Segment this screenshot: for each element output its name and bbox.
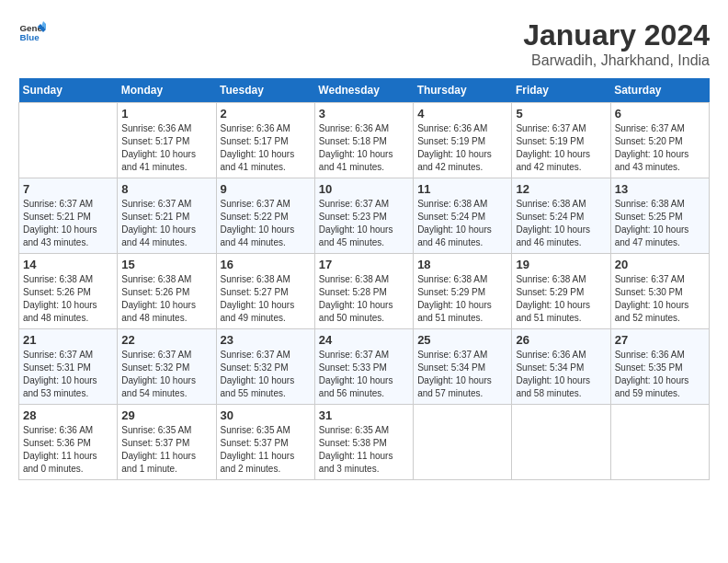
day-info: Sunrise: 6:38 AM Sunset: 5:25 PM Dayligh… [615,198,705,249]
calendar-cell: 19Sunrise: 6:38 AM Sunset: 5:29 PM Dayli… [512,254,610,329]
day-info: Sunrise: 6:36 AM Sunset: 5:34 PM Dayligh… [516,349,606,400]
week-row-1: 1Sunrise: 6:36 AM Sunset: 5:17 PM Daylig… [19,103,710,178]
day-info: Sunrise: 6:38 AM Sunset: 5:27 PM Dayligh… [221,273,311,325]
day-number: 2 [221,107,311,121]
calendar-cell: 21Sunrise: 6:37 AM Sunset: 5:31 PM Dayli… [19,329,118,405]
calendar-cell: 31Sunrise: 6:35 AM Sunset: 5:38 PM Dayli… [314,405,413,480]
week-row-3: 14Sunrise: 6:38 AM Sunset: 5:26 PM Dayli… [19,254,710,329]
day-info: Sunrise: 6:38 AM Sunset: 5:26 PM Dayligh… [23,273,113,325]
calendar-cell: 7Sunrise: 6:37 AM Sunset: 5:21 PM Daylig… [19,178,118,254]
day-number: 13 [615,182,705,196]
calendar-cell [19,103,118,178]
header-thursday: Thursday [414,78,512,103]
header-friday: Friday [512,78,610,103]
logo-icon: General Blue [18,18,46,46]
week-row-4: 21Sunrise: 6:37 AM Sunset: 5:31 PM Dayli… [19,329,710,405]
calendar-cell: 2Sunrise: 6:36 AM Sunset: 5:17 PM Daylig… [216,103,314,178]
day-number: 8 [121,182,211,196]
day-info: Sunrise: 6:36 AM Sunset: 5:35 PM Dayligh… [615,349,705,400]
week-row-5: 28Sunrise: 6:36 AM Sunset: 5:36 PM Dayli… [19,405,710,480]
calendar-cell [610,405,709,480]
day-info: Sunrise: 6:36 AM Sunset: 5:18 PM Dayligh… [319,122,409,174]
day-info: Sunrise: 6:37 AM Sunset: 5:21 PM Dayligh… [23,198,113,249]
day-number: 1 [121,107,211,121]
header-saturday: Saturday [610,78,709,103]
day-info: Sunrise: 6:37 AM Sunset: 5:30 PM Dayligh… [615,273,705,325]
day-info: Sunrise: 6:35 AM Sunset: 5:37 PM Dayligh… [221,424,311,476]
day-number: 27 [615,333,705,347]
day-number: 19 [516,258,606,271]
day-number: 14 [23,258,113,271]
svg-text:Blue: Blue [20,32,40,42]
day-number: 25 [417,333,507,347]
calendar-cell: 20Sunrise: 6:37 AM Sunset: 5:30 PM Dayli… [610,254,709,329]
calendar-cell: 4Sunrise: 6:36 AM Sunset: 5:19 PM Daylig… [414,103,512,178]
header-sunday: Sunday [19,78,118,103]
calendar-table: SundayMondayTuesdayWednesdayThursdayFrid… [18,78,710,480]
day-info: Sunrise: 6:35 AM Sunset: 5:37 PM Dayligh… [121,424,211,476]
day-number: 11 [417,182,507,196]
day-number: 23 [221,333,311,347]
day-info: Sunrise: 6:37 AM Sunset: 5:34 PM Dayligh… [417,349,507,400]
day-info: Sunrise: 6:37 AM Sunset: 5:23 PM Dayligh… [319,198,409,249]
calendar-cell: 16Sunrise: 6:38 AM Sunset: 5:27 PM Dayli… [216,254,314,329]
calendar-cell: 5Sunrise: 6:37 AM Sunset: 5:19 PM Daylig… [512,103,610,178]
day-info: Sunrise: 6:37 AM Sunset: 5:31 PM Dayligh… [23,349,113,400]
day-info: Sunrise: 6:38 AM Sunset: 5:28 PM Dayligh… [319,273,409,325]
day-number: 15 [121,258,211,271]
calendar-cell: 29Sunrise: 6:35 AM Sunset: 5:37 PM Dayli… [118,405,216,480]
calendar-cell: 3Sunrise: 6:36 AM Sunset: 5:18 PM Daylig… [314,103,413,178]
day-number: 22 [121,333,211,347]
logo: General Blue [18,18,46,46]
calendar-cell: 24Sunrise: 6:37 AM Sunset: 5:33 PM Dayli… [314,329,413,405]
day-info: Sunrise: 6:38 AM Sunset: 5:29 PM Dayligh… [516,273,606,325]
day-info: Sunrise: 6:38 AM Sunset: 5:26 PM Dayligh… [121,273,211,325]
calendar-title: January 2024 [523,18,710,52]
calendar-cell: 27Sunrise: 6:36 AM Sunset: 5:35 PM Dayli… [610,329,709,405]
day-info: Sunrise: 6:37 AM Sunset: 5:21 PM Dayligh… [121,198,211,249]
calendar-cell: 23Sunrise: 6:37 AM Sunset: 5:32 PM Dayli… [216,329,314,405]
calendar-cell: 25Sunrise: 6:37 AM Sunset: 5:34 PM Dayli… [414,329,512,405]
day-number: 29 [121,408,211,422]
day-info: Sunrise: 6:38 AM Sunset: 5:29 PM Dayligh… [417,273,507,325]
header-tuesday: Tuesday [216,78,314,103]
calendar-cell: 1Sunrise: 6:36 AM Sunset: 5:17 PM Daylig… [118,103,216,178]
week-row-2: 7Sunrise: 6:37 AM Sunset: 5:21 PM Daylig… [19,178,710,254]
page-header: General Blue January 2024 Barwadih, Jhar… [18,18,710,69]
calendar-cell: 9Sunrise: 6:37 AM Sunset: 5:22 PM Daylig… [216,178,314,254]
day-info: Sunrise: 6:36 AM Sunset: 5:36 PM Dayligh… [23,424,113,476]
header-monday: Monday [118,78,216,103]
day-number: 31 [319,408,409,422]
calendar-cell: 6Sunrise: 6:37 AM Sunset: 5:20 PM Daylig… [610,103,709,178]
calendar-cell: 17Sunrise: 6:38 AM Sunset: 5:28 PM Dayli… [314,254,413,329]
day-number: 10 [319,182,409,196]
day-info: Sunrise: 6:36 AM Sunset: 5:17 PM Dayligh… [221,122,311,174]
day-info: Sunrise: 6:37 AM Sunset: 5:19 PM Dayligh… [516,122,606,174]
calendar-cell: 28Sunrise: 6:36 AM Sunset: 5:36 PM Dayli… [19,405,118,480]
calendar-cell [512,405,610,480]
day-info: Sunrise: 6:36 AM Sunset: 5:19 PM Dayligh… [417,122,507,174]
day-number: 4 [417,107,507,121]
day-number: 5 [516,107,606,121]
calendar-cell: 11Sunrise: 6:38 AM Sunset: 5:24 PM Dayli… [414,178,512,254]
calendar-cell: 14Sunrise: 6:38 AM Sunset: 5:26 PM Dayli… [19,254,118,329]
header-wednesday: Wednesday [314,78,413,103]
day-info: Sunrise: 6:38 AM Sunset: 5:24 PM Dayligh… [417,198,507,249]
day-number: 21 [23,333,113,347]
day-info: Sunrise: 6:37 AM Sunset: 5:22 PM Dayligh… [221,198,311,249]
calendar-cell: 22Sunrise: 6:37 AM Sunset: 5:32 PM Dayli… [118,329,216,405]
calendar-cell: 8Sunrise: 6:37 AM Sunset: 5:21 PM Daylig… [118,178,216,254]
day-number: 18 [417,258,507,271]
day-number: 12 [516,182,606,196]
calendar-cell [414,405,512,480]
day-number: 3 [319,107,409,121]
day-info: Sunrise: 6:35 AM Sunset: 5:38 PM Dayligh… [319,424,409,476]
day-number: 24 [319,333,409,347]
day-info: Sunrise: 6:37 AM Sunset: 5:32 PM Dayligh… [221,349,311,400]
day-number: 28 [23,408,113,422]
day-number: 6 [615,107,705,121]
day-number: 26 [516,333,606,347]
calendar-cell: 12Sunrise: 6:38 AM Sunset: 5:24 PM Dayli… [512,178,610,254]
calendar-header-row: SundayMondayTuesdayWednesdayThursdayFrid… [19,78,710,103]
day-number: 17 [319,258,409,271]
